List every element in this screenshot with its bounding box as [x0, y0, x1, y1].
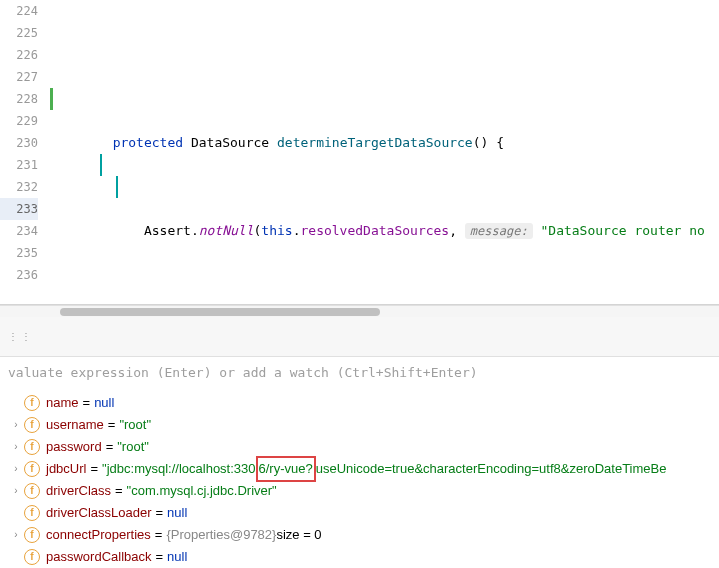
equals-sign: =	[83, 392, 91, 414]
field-icon: f	[24, 461, 40, 477]
equals-sign: =	[106, 436, 114, 458]
method-name: determineTargetDataSource	[277, 135, 473, 150]
field-icon: f	[24, 417, 40, 433]
var-name: driverClassLoader	[46, 502, 152, 524]
var-name: passwordCallback	[46, 546, 152, 568]
string: "DataSource router no	[533, 223, 705, 238]
line-number: 224	[0, 0, 38, 22]
equals-sign: =	[156, 502, 164, 524]
expand-arrow-icon[interactable]: ›	[8, 414, 24, 436]
var-value: "root"	[117, 436, 149, 458]
panel-divider[interactable]: ⋮⋮	[0, 317, 719, 357]
horizontal-scrollbar[interactable]	[0, 305, 719, 317]
field: resolvedDataSources	[300, 223, 449, 238]
var-name: driverClass	[46, 480, 111, 502]
type: DataSource	[191, 135, 269, 150]
debug-var-row[interactable]: ›fpassword="root"	[8, 436, 711, 458]
var-value: "com.mysql.cj.jdbc.Driver"	[127, 480, 277, 502]
code-line[interactable]: protected DataSource determineTargetData…	[50, 132, 719, 154]
line-number: 228	[0, 88, 38, 110]
line-number: 226	[0, 44, 38, 66]
equals-sign: =	[115, 480, 123, 502]
equals-sign: =	[90, 458, 98, 480]
var-name: username	[46, 414, 104, 436]
debug-var-row[interactable]: fpasswordCallback=null	[8, 546, 711, 568]
code-editor: 224 225 226 227 228 229 230 231 232 233 …	[0, 0, 719, 305]
var-value: {Properties@9782}	[166, 524, 276, 546]
field-icon: f	[24, 395, 40, 411]
method-call: notNull	[199, 223, 254, 238]
field-icon: f	[24, 483, 40, 499]
var-value: useUnicode=true&characterEncoding=utf8&z…	[316, 458, 667, 480]
line-number: 232	[0, 176, 38, 198]
var-value: null	[167, 502, 187, 524]
var-value-extra: size = 0	[276, 524, 321, 546]
scrollbar-thumb[interactable]	[60, 308, 380, 316]
line-number: 227	[0, 66, 38, 88]
highlighted-fragment: 6/ry-vue?	[256, 456, 316, 482]
debug-var-row[interactable]: ›fconnectProperties={Properties@9782} si…	[8, 524, 711, 546]
field-icon: f	[24, 439, 40, 455]
var-value: null	[94, 392, 114, 414]
line-number: 233	[0, 198, 38, 220]
var-value: null	[167, 546, 187, 568]
line-number: 236	[0, 264, 38, 286]
var-name: password	[46, 436, 102, 458]
expand-arrow-icon[interactable]: ›	[8, 458, 24, 480]
debug-var-row[interactable]: ›fusername="root"	[8, 414, 711, 436]
var-name: connectProperties	[46, 524, 151, 546]
debug-var-row[interactable]: fdriverClassLoader=null	[8, 502, 711, 524]
keyword: this	[261, 223, 292, 238]
text: Assert.	[113, 223, 199, 238]
text: () {	[473, 135, 504, 150]
var-name: jdbcUrl	[46, 458, 86, 480]
line-number: 234	[0, 220, 38, 242]
fold-marker	[116, 176, 118, 198]
field-icon: f	[24, 549, 40, 565]
param-hint: message:	[465, 223, 533, 239]
expand-arrow-icon[interactable]: ›	[8, 524, 24, 546]
line-number: 225	[0, 22, 38, 44]
line-number: 235	[0, 242, 38, 264]
line-number: 230	[0, 132, 38, 154]
field-icon: f	[24, 527, 40, 543]
watch-input[interactable]: valuate expression (Enter) or add a watc…	[0, 357, 719, 388]
var-name: name	[46, 392, 79, 414]
debug-variables-panel: fname=null›fusername="root"›fpassword="r…	[0, 388, 719, 568]
var-value: "jdbc:mysql://localhost:330	[102, 458, 255, 480]
line-number: 231	[0, 154, 38, 176]
keyword: protected	[113, 135, 183, 150]
debug-var-row[interactable]: fname=null	[8, 392, 711, 414]
var-value: "root"	[119, 414, 151, 436]
line-gutter: 224 225 226 227 228 229 230 231 232 233 …	[0, 0, 50, 304]
equals-sign: =	[108, 414, 116, 436]
text: ,	[449, 223, 465, 238]
code-line[interactable]: Assert.notNull(this.resolvedDataSources,…	[50, 220, 719, 242]
fold-marker	[100, 154, 102, 176]
debug-var-row[interactable]: ›fjdbcUrl="jdbc:mysql://localhost:3306/r…	[8, 458, 711, 480]
equals-sign: =	[156, 546, 164, 568]
equals-sign: =	[155, 524, 163, 546]
expand-arrow-icon[interactable]: ›	[8, 436, 24, 458]
field-icon: f	[24, 505, 40, 521]
code-content[interactable]: protected DataSource determineTargetData…	[50, 0, 719, 304]
debug-var-row[interactable]: ›fdriverClass="com.mysql.cj.jdbc.Driver"	[8, 480, 711, 502]
drag-handle-icon[interactable]: ⋮⋮	[8, 331, 34, 342]
line-number: 229	[0, 110, 38, 132]
expand-arrow-icon[interactable]: ›	[8, 480, 24, 502]
change-marker	[50, 88, 53, 110]
